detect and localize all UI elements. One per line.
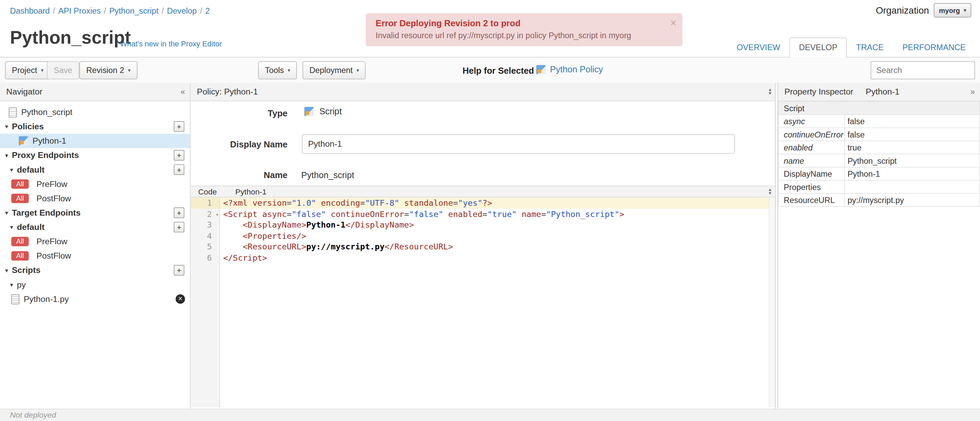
navigator-item-label: PreFlow <box>37 180 68 189</box>
proxy-editor-app: Dashboard/API Proxies/Python_script/Deve… <box>0 0 980 421</box>
collapse-toggle-icon[interactable]: ▴▾ <box>769 187 771 195</box>
navigator-item-proxy-preflow[interactable]: All PreFlow <box>0 177 190 191</box>
code-line[interactable]: <Script async="false" continueOnError="f… <box>220 208 775 219</box>
breadcrumb-revision[interactable]: 2 <box>205 6 210 15</box>
navigator-item-target-preflow[interactable]: All PreFlow <box>0 234 190 249</box>
navigator-section-proxy-endpoints[interactable]: ▾ Proxy Endpoints + <box>0 148 190 162</box>
chevron-down-icon: ▾ <box>288 68 290 73</box>
navigator-item-target-default[interactable]: ▾ default + <box>0 220 190 234</box>
organization-select[interactable]: myorg ▾ <box>934 3 971 17</box>
property-label: DisplayName <box>778 167 845 180</box>
breadcrumb-dashboard[interactable]: Dashboard <box>10 6 50 15</box>
name-value: Python_script <box>301 170 354 180</box>
navigator-section-target-endpoints[interactable]: ▾ Target Endpoints + <box>0 206 190 220</box>
collapse-toggle-icon[interactable]: ▴▾ <box>769 88 771 95</box>
property-row: async false <box>778 114 980 128</box>
caret-down-icon[interactable]: ▾ <box>10 166 17 173</box>
caret-down-icon[interactable]: ▾ <box>5 210 12 216</box>
add-script-button[interactable]: + <box>174 265 184 276</box>
close-icon[interactable]: × <box>670 17 676 29</box>
breadcrumb-proxy[interactable]: Python_script <box>109 6 158 15</box>
caret-down-icon[interactable]: ▾ <box>5 267 12 273</box>
code-line[interactable]: <?xml version="1.0" encoding="UTF-8" sta… <box>220 197 775 208</box>
search-input[interactable] <box>870 61 975 79</box>
page-title: Python_script <box>10 28 131 48</box>
navigator-section-label: Policies <box>12 122 44 131</box>
display-name-input[interactable] <box>302 134 735 154</box>
caret-down-icon[interactable]: ▾ <box>5 152 12 159</box>
navigator-item-target-postflow[interactable]: All PostFlow <box>0 249 190 263</box>
line-number: 2▾ <box>191 208 220 219</box>
breadcrumb-develop[interactable]: Develop <box>167 6 197 15</box>
add-policy-button[interactable]: + <box>174 121 184 132</box>
property-label: continueOnError <box>778 128 845 141</box>
tab-develop[interactable]: DEVELOP <box>790 38 846 58</box>
tab-overview[interactable]: OVERVIEW <box>727 38 790 58</box>
add-flow-button[interactable]: + <box>174 222 184 232</box>
code-lines[interactable]: <?xml version="1.0" encoding="UTF-8" sta… <box>220 197 775 407</box>
main-area: Navigator « Python_script ▾ Policies + P… <box>0 83 980 409</box>
tab-trace[interactable]: TRACE <box>847 38 893 58</box>
add-target-endpoint-button[interactable]: + <box>174 207 184 218</box>
error-banner-title: Error Deploying Revision 2 to prod <box>376 18 667 28</box>
caret-down-icon[interactable]: ▾ <box>10 281 17 288</box>
navigator-section-policies[interactable]: ▾ Policies + <box>0 119 190 134</box>
file-icon <box>11 294 19 304</box>
line-number: 4 <box>191 230 220 241</box>
caret-down-icon[interactable]: ▾ <box>10 224 17 230</box>
type-value: Script <box>304 106 342 116</box>
code-editor[interactable]: 12▾3456 <?xml version="1.0" encoding="UT… <box>191 197 775 407</box>
project-menu-button[interactable]: Project ▾ <box>5 61 51 79</box>
chevron-down-icon: ▾ <box>41 68 43 73</box>
property-row: name Python_script <box>778 154 980 167</box>
project-menu-label: Project <box>12 65 37 75</box>
code-line[interactable]: <DisplayName>Python-1</DisplayName> <box>220 219 775 230</box>
navigator-item-label: PostFlow <box>37 251 71 260</box>
breadcrumb-separator: / <box>162 6 164 15</box>
property-value: false <box>845 114 980 128</box>
add-proxy-endpoint-button[interactable]: + <box>174 150 184 161</box>
whats-new-link[interactable]: What's new in the Proxy Editor <box>120 39 222 48</box>
tab-performance[interactable]: PERFORMANCE <box>893 38 975 58</box>
tab-bar: OVERVIEW DEVELOP TRACE PERFORMANCE <box>727 38 975 58</box>
code-line[interactable]: <Properties/> <box>220 230 775 241</box>
tools-menu-label: Tools <box>265 65 284 75</box>
navigator-section-label: Scripts <box>12 265 41 275</box>
python-policy-help-link[interactable]: Python Policy <box>550 65 603 75</box>
delete-script-icon[interactable]: ✕ <box>176 294 185 303</box>
property-label: enabled <box>778 141 845 154</box>
line-number: 6 <box>191 252 220 263</box>
all-badge: All <box>11 180 29 189</box>
collapse-panel-icon[interactable]: « <box>180 83 185 101</box>
expand-panel-icon[interactable]: » <box>970 83 975 101</box>
all-badge: All <box>11 251 29 260</box>
line-number: 1 <box>191 197 220 208</box>
code-scrollbar[interactable] <box>769 197 775 407</box>
save-button[interactable]: Save <box>47 61 79 79</box>
breadcrumb-api-proxies[interactable]: API Proxies <box>58 6 101 15</box>
property-row: continueOnError false <box>778 128 980 141</box>
tools-menu-button[interactable]: Tools ▾ <box>258 61 297 79</box>
navigator-item-policy-python-1[interactable]: Python-1 <box>0 134 190 148</box>
navigator-item-proxy-default[interactable]: ▾ default + <box>0 162 190 177</box>
property-label: async <box>778 114 845 128</box>
navigator-section-scripts[interactable]: ▾ Scripts + <box>0 263 190 277</box>
code-line[interactable]: </Script> <box>220 252 775 263</box>
fold-toggle-icon[interactable]: ▾ <box>216 209 219 220</box>
revision-menu-button[interactable]: Revision 2 ▾ <box>80 61 137 79</box>
property-table: Script async false continueOnError false… <box>778 101 980 207</box>
organization-label: Organization <box>876 5 929 16</box>
chevron-down-icon: ▾ <box>128 68 130 73</box>
code-line[interactable]: <ResourceURL>py://myscript.py</ResourceU… <box>220 241 775 252</box>
property-label: name <box>778 154 845 167</box>
caret-down-icon[interactable]: ▾ <box>5 123 12 130</box>
deployment-menu-button[interactable]: Deployment ▾ <box>303 61 366 79</box>
navigator-item-proxy-root[interactable]: Python_script <box>0 105 190 119</box>
navigator-item-proxy-postflow[interactable]: All PostFlow <box>0 191 190 205</box>
file-icon <box>9 107 17 117</box>
property-section-header: Script <box>778 102 980 114</box>
code-panel-subtitle: Python-1 <box>235 187 267 196</box>
navigator-item-script-file[interactable]: Python-1.py ✕ <box>0 292 190 306</box>
navigator-item-scripts-py-folder[interactable]: ▾ py <box>0 277 190 292</box>
add-flow-button[interactable]: + <box>174 164 184 175</box>
